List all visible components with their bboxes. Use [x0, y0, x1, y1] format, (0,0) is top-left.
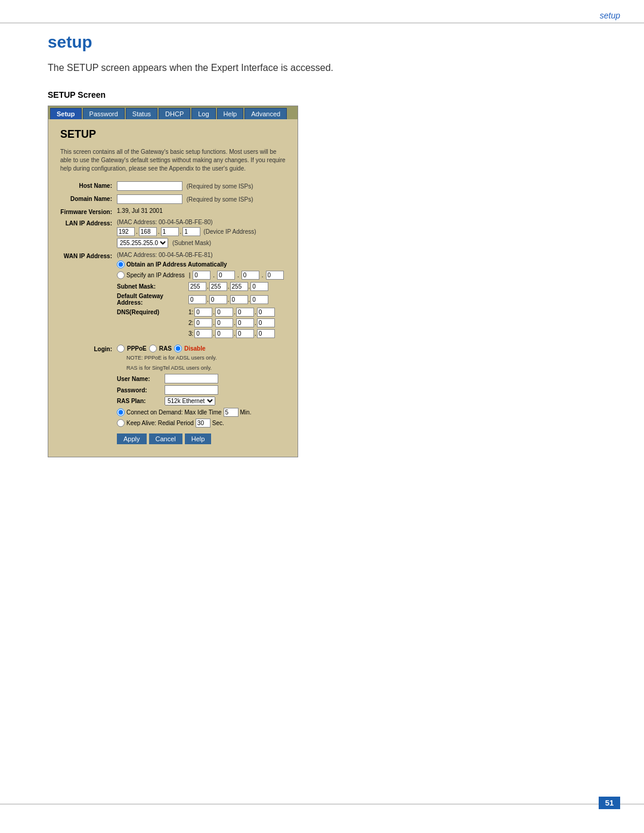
host-name-content: (Required by some ISPs) — [117, 181, 286, 191]
login-note1: NOTE: PPPoE is for ADSL users only. — [126, 354, 286, 362]
nav-tab-log[interactable]: Log — [191, 108, 215, 119]
ui-body: SETUP This screen contains all of the Ga… — [48, 119, 298, 457]
specify-ip-radio[interactable] — [117, 271, 125, 279]
domain-name-row: Domain Name: (Required by some ISPs) — [60, 194, 286, 204]
wan-mac-text: (MAC Address: 00-04-5A-0B-FE-81) — [117, 252, 286, 258]
keep-alive-radio[interactable] — [117, 419, 125, 427]
login-ras-radio[interactable] — [149, 345, 157, 352]
dns1-octet1[interactable] — [194, 308, 212, 317]
dns3-octet1[interactable] — [194, 329, 212, 338]
password-input[interactable] — [165, 385, 218, 395]
dns1-num: 1: — [188, 309, 193, 315]
form-section: Host Name: (Required by some ISPs) Domai… — [60, 181, 286, 444]
bottom-divider — [0, 804, 644, 804]
wan-subnet-octet1[interactable] — [188, 282, 206, 291]
wan-ip-octet4[interactable] — [266, 271, 284, 280]
host-name-input[interactable] — [117, 181, 182, 191]
dns2-octet3[interactable] — [236, 318, 254, 327]
nav-tab-help[interactable]: Help — [217, 108, 244, 119]
gw-octet1[interactable] — [188, 295, 206, 304]
section-label: SETUP Screen — [48, 90, 596, 100]
firmware-label: Firmware Version: — [60, 208, 117, 215]
firmware-value: 1.39, Jul 31 2001 — [117, 208, 163, 214]
login-disable-radio[interactable] — [174, 345, 182, 352]
wan-subnet-label: Subnet Mask: — [117, 283, 188, 290]
login-row: Login: PPPoE RAS Disable NOTE: PPPoE is … — [60, 345, 286, 444]
username-row: User Name: — [117, 374, 286, 383]
connect-demand-row: Connect on Demand: Max Idle Time Min. — [117, 408, 286, 417]
default-gw-row: Default Gateway Address: . . . — [117, 293, 286, 306]
dns2-octet2[interactable] — [215, 318, 233, 327]
host-name-row: Host Name: (Required by some ISPs) — [60, 181, 286, 191]
login-note2: RAS is for SingTel ADSL users only. — [126, 364, 286, 372]
top-section-label: setup — [600, 11, 620, 20]
dns2-octet1[interactable] — [194, 318, 212, 327]
nav-bar: Setup Password Status DHCP Log Help Adva… — [48, 106, 298, 119]
lan-ip-octet3[interactable] — [161, 227, 179, 236]
dns3-octet4[interactable] — [257, 329, 275, 338]
lan-ip-label: LAN IP Address: — [60, 219, 117, 227]
wan-ip-row: WAN IP Address: (MAC Address: 00-04-5A-0… — [60, 252, 286, 340]
lan-ip-hint: (Device IP Address) — [203, 228, 256, 235]
login-pppoe-radio[interactable] — [117, 345, 125, 352]
lan-ip-row: LAN IP Address: (MAC Address: 00-04-5A-0… — [60, 219, 286, 248]
page-subtitle: The SETUP screen appears when the Expert… — [48, 63, 596, 73]
nav-tab-status[interactable]: Status — [126, 108, 157, 119]
username-label: User Name: — [117, 376, 165, 382]
ui-title: SETUP — [60, 128, 286, 141]
connect-demand-radio[interactable] — [117, 408, 125, 416]
host-name-label: Host Name: — [60, 181, 117, 189]
wan-ip-octet1[interactable] — [193, 271, 210, 280]
domain-name-label: Domain Name: — [60, 194, 117, 202]
dns3-row: 3: . . . — [117, 329, 286, 338]
dns3-octet3[interactable] — [236, 329, 254, 338]
domain-name-input[interactable] — [117, 194, 182, 204]
subnet-mask-select[interactable]: 255.255.255.0 255.255.0.0 255.0.0.0 — [117, 238, 168, 248]
username-input[interactable] — [165, 374, 218, 383]
gw-octet3[interactable] — [230, 295, 248, 304]
lan-ip-octet1[interactable] — [117, 227, 135, 236]
wan-ip-octet2[interactable] — [217, 271, 235, 280]
dns3-octet2[interactable] — [215, 329, 233, 338]
firmware-content: 1.39, Jul 31 2001 — [117, 208, 286, 214]
lan-ip-octet4[interactable] — [182, 227, 200, 236]
connect-demand-value[interactable] — [224, 408, 239, 417]
wan-ip-octet3[interactable] — [242, 271, 259, 280]
help-button[interactable]: Help — [185, 433, 212, 444]
nav-tab-setup[interactable]: Setup — [50, 108, 82, 119]
nav-tab-password[interactable]: Password — [83, 108, 125, 119]
login-radio-row: PPPoE RAS Disable — [117, 345, 286, 352]
login-disable-label: Disable — [184, 345, 206, 352]
keep-alive-unit: Sec. — [212, 420, 224, 426]
ras-plan-select[interactable]: 512k Ethernet 1M Ethernet — [165, 397, 215, 405]
lan-ip-octet2[interactable] — [139, 227, 157, 236]
connect-demand-label: Connect on Demand: Max Idle Time — [126, 409, 222, 416]
password-row: Password: — [117, 385, 286, 395]
gw-octet4[interactable] — [250, 295, 268, 304]
nav-tab-dhcp[interactable]: DHCP — [159, 108, 190, 119]
page-heading: setup — [48, 33, 596, 52]
host-name-hint: (Required by some ISPs) — [187, 183, 253, 190]
lan-ip-content: (MAC Address: 00-04-5A-0B-FE-80) . . . (… — [117, 219, 286, 248]
dns1-octet3[interactable] — [236, 308, 254, 317]
dns1-octet2[interactable] — [215, 308, 233, 317]
nav-tab-advanced[interactable]: Advanced — [244, 108, 287, 119]
obtain-auto-radio[interactable] — [117, 261, 125, 268]
wan-subnet-octet2[interactable] — [209, 282, 227, 291]
dns2-octet4[interactable] — [257, 318, 275, 327]
wan-subnet-octet4[interactable] — [250, 282, 268, 291]
cancel-button[interactable]: Cancel — [149, 433, 182, 444]
ui-description: This screen contains all of the Gateway'… — [60, 148, 286, 173]
login-content: PPPoE RAS Disable NOTE: PPPoE is for ADS… — [117, 345, 286, 444]
top-divider — [0, 23, 644, 23]
ras-plan-label: RAS Plan: — [117, 398, 165, 404]
subnet-row: 255.255.255.0 255.255.0.0 255.0.0.0 (Sub… — [117, 238, 286, 248]
dns1-octet4[interactable] — [257, 308, 275, 317]
keep-alive-row: Keep Alive: Redial Period Sec. — [117, 419, 286, 428]
dns2-row: 2: . . . — [117, 318, 286, 327]
wan-ip-content: (MAC Address: 00-04-5A-0B-FE-81) Obtain … — [117, 252, 286, 340]
gw-octet2[interactable] — [209, 295, 227, 304]
keep-alive-value[interactable] — [196, 419, 210, 428]
apply-button[interactable]: Apply — [117, 433, 147, 444]
wan-subnet-octet3[interactable] — [230, 282, 248, 291]
